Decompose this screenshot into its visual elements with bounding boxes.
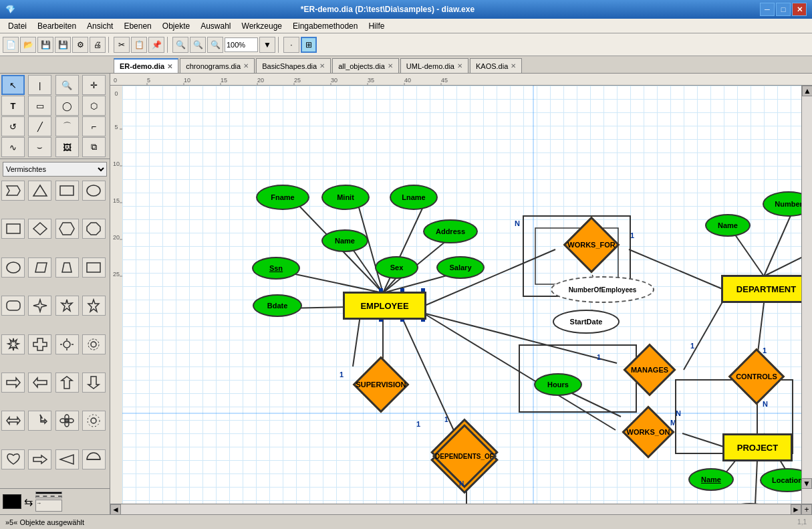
copy-button[interactable]: 📋 [131, 37, 147, 53]
attr-fname[interactable]: Fname [256, 185, 309, 210]
rel-works-for[interactable]: WORKS_FOR [552, 223, 631, 267]
shape-sunburst[interactable] [55, 334, 79, 354]
attr-location-proj[interactable]: Location [760, 468, 801, 492]
tab-er-demo[interactable]: ER-demo.dia ✕ [114, 58, 178, 73]
save-button[interactable]: 💾 [37, 37, 53, 53]
attr-minit[interactable]: Minit [321, 185, 370, 210]
shape-diamond[interactable] [28, 219, 51, 239]
shape-circle[interactable] [82, 181, 106, 201]
zoom-fit-button[interactable]: 🔍 [207, 37, 223, 53]
line-style-btn2[interactable] [35, 496, 62, 498]
attr-number-dept[interactable]: Number [763, 191, 801, 217]
shape-sun[interactable] [82, 411, 106, 431]
shape-octagon[interactable] [82, 219, 106, 239]
tab-umldemo-close[interactable]: ✕ [457, 62, 462, 70]
attr-name-emp[interactable]: Name [321, 229, 368, 252]
arrow-style-btn[interactable]: → [35, 500, 62, 512]
shape-uarrow[interactable] [55, 373, 79, 393]
attr-hours[interactable]: Hours [534, 373, 582, 396]
tab-allobjects-close[interactable]: ✕ [388, 62, 393, 70]
paste-button[interactable]: 📌 [148, 37, 164, 53]
zoom-input[interactable] [225, 37, 258, 52]
shape-rarrow[interactable] [1, 373, 25, 393]
shape-flower[interactable] [55, 411, 79, 431]
text-cursor-tool[interactable]: | [28, 75, 51, 95]
horizontal-scrollbar[interactable]: ◄ ► + [110, 504, 812, 514]
tab-chronograms[interactable]: chronograms.dia ✕ [180, 58, 255, 73]
rel-works-on[interactable]: WORKS_ON [612, 412, 684, 452]
shape-parallelogram[interactable] [28, 257, 51, 278]
attr-address[interactable]: Address [423, 219, 478, 243]
line-style-btn[interactable] [35, 492, 62, 494]
zoom-in-button[interactable]: 🔍 [172, 37, 188, 53]
image-tool[interactable]: 🖼 [55, 137, 79, 157]
entity-project[interactable]: PROJECT [722, 433, 793, 461]
attr-lname[interactable]: Lname [390, 185, 438, 210]
conn-tool[interactable]: ⧉ [82, 137, 106, 157]
shape-heart[interactable] [1, 449, 25, 469]
tab-chronograms-close[interactable]: ✕ [243, 62, 249, 70]
save-as-button[interactable]: 💾 [55, 37, 71, 53]
attr-startdate[interactable]: StartDate [553, 310, 620, 334]
print-button[interactable]: 🖨 [90, 37, 106, 53]
swap-colors[interactable]: ⇆ [24, 496, 33, 508]
tab-allobjects[interactable]: all_objects.dia ✕ [332, 58, 399, 73]
menu-ansicht[interactable]: Ansicht [82, 20, 118, 32]
shape-parall2[interactable] [82, 257, 106, 278]
shape-gear[interactable] [82, 334, 106, 354]
shape-oval[interactable] [1, 257, 25, 278]
tab-er-demo-close[interactable]: ✕ [167, 63, 172, 70]
shape-rightarrow2[interactable] [28, 449, 51, 469]
attr-salary[interactable]: Salary [436, 256, 485, 279]
entity-department[interactable]: DEPARTMENT [721, 275, 801, 303]
attr-number-proj[interactable]: Number [724, 503, 776, 504]
maximize-button[interactable]: □ [776, 3, 791, 16]
shape-horz2arrow[interactable] [1, 411, 25, 431]
text-tool[interactable]: T [1, 96, 25, 116]
menu-werkzeuge[interactable]: Werkzeuge [237, 20, 287, 32]
shape-chevron[interactable] [1, 181, 25, 201]
menu-hilfe[interactable]: Hilfe [363, 20, 390, 32]
special-button[interactable]: ⚙ [72, 37, 88, 53]
bezier2-tool[interactable]: ⌣ [28, 137, 51, 157]
tab-basicshapes[interactable]: BasicShapes.dia ✕ [256, 58, 331, 73]
shape-category-select[interactable]: Vermischtes [3, 162, 107, 177]
entity-employee[interactable]: EMPLOYEE [343, 292, 426, 320]
select-tool[interactable]: ↖ [1, 75, 25, 95]
diagram-canvas[interactable]: N 1 1 1 M N 1 N 1 N 1 N [122, 86, 801, 504]
line-tool[interactable]: ╱ [28, 116, 51, 136]
shape-hex[interactable] [55, 219, 79, 239]
rel-controls[interactable]: CONTROLS [719, 355, 794, 398]
attr-name-proj[interactable]: Name [688, 468, 734, 491]
open-button[interactable]: 📂 [20, 37, 36, 53]
shape-rect[interactable] [55, 181, 79, 201]
shape-triangle2[interactable] [55, 449, 79, 469]
tab-umldemo[interactable]: UML-demo.dia ✕ [400, 58, 468, 73]
tab-kaos-close[interactable]: ✕ [511, 62, 516, 70]
shape-darrow[interactable] [82, 373, 106, 393]
vertical-scrollbar[interactable]: ▲ ▼ [801, 86, 812, 504]
ellipse-tool[interactable]: ◯ [55, 96, 79, 116]
menu-eingabe[interactable]: Eingabemethoden [287, 20, 363, 32]
shape-star4[interactable] [28, 296, 51, 316]
rel-supervision[interactable]: SUPERVISION [342, 363, 420, 406]
menu-auswahl[interactable]: Auswahl [195, 20, 236, 32]
shape-larrow[interactable] [28, 373, 51, 393]
close-button[interactable]: ✕ [792, 3, 807, 16]
tab-kaos[interactable]: KAOS.dia ✕ [470, 58, 522, 73]
rect-tool[interactable]: ▭ [28, 96, 51, 116]
minimize-button[interactable]: ─ [760, 3, 775, 16]
zoom-dropdown[interactable]: ▼ [259, 37, 275, 53]
shape-4arrow[interactable] [28, 411, 51, 431]
shape-rect2[interactable] [1, 219, 25, 239]
freehand-tool[interactable]: ∿ [1, 137, 25, 157]
bezier-tool[interactable]: ↺ [1, 116, 25, 136]
zoom-out-button[interactable]: 🔍 [190, 37, 206, 53]
shape-triangle[interactable] [28, 181, 51, 201]
attr-sex[interactable]: Sex [375, 256, 418, 279]
menu-bearbeiten[interactable]: Bearbeiten [32, 20, 82, 32]
rel-dependents-of[interactable]: DEPENDENTS_OF [418, 430, 511, 482]
foreground-color[interactable] [3, 494, 21, 509]
shape-star6[interactable] [82, 296, 106, 316]
attr-numemployees[interactable]: NumberOfEmployees [551, 276, 654, 303]
